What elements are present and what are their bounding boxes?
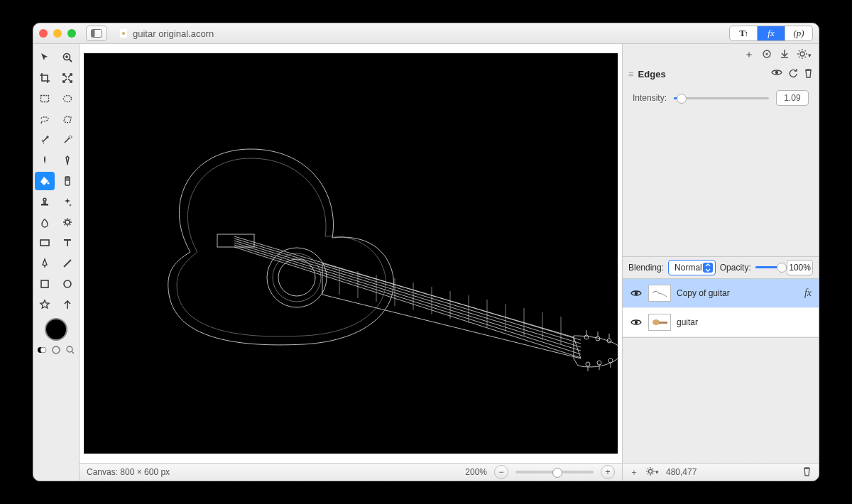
zoom-in-button[interactable]: + [601,465,615,479]
bucket-tool[interactable] [35,172,55,190]
inspector-panel: ＋ ▾ ≡ Edges Intensity: [622,44,819,481]
intensity-slider[interactable] [674,97,769,99]
svg-point-26 [67,346,72,352]
rect-shape-tool[interactable] [35,234,55,252]
quick-select-tool[interactable] [58,131,77,149]
delete-layer-button[interactable] [802,466,812,478]
svg-line-20 [64,260,71,267]
svg-point-25 [53,346,60,354]
swap-colors-icon[interactable] [51,345,61,357]
svg-point-13 [47,182,49,184]
blending-mode-select[interactable]: Normal [668,260,716,275]
tab-type[interactable]: T! [730,26,758,40]
close-window-button[interactable] [39,29,48,38]
svg-line-46 [234,239,581,344]
layer-settings-button[interactable]: ▾ [645,466,659,478]
svg-rect-16 [41,204,48,206]
canvas-size-label: Canvas: 800 × 600 px [87,467,170,477]
eyedropper-icon[interactable] [65,345,75,357]
rect-select-tool[interactable] [35,89,55,108]
add-layer-button[interactable]: ＋ [630,466,638,478]
svg-line-45 [234,236,581,340]
zoom-window-button[interactable] [67,29,76,38]
poly-lasso-tool[interactable] [58,110,77,128]
minimize-window-button[interactable] [53,29,62,38]
layer-visibility-toggle[interactable] [630,289,643,297]
effect-visibility-toggle[interactable] [771,68,782,80]
add-filter-button[interactable]: ＋ [744,48,754,61]
expand-tool[interactable] [58,69,77,87]
layer-row[interactable]: guitar [623,308,819,337]
effect-delete-button[interactable] [804,68,813,80]
svg-line-10 [43,137,48,142]
canvas-area: Canvas: 800 × 600 px 200% − + [80,44,622,481]
arrow-shape-tool[interactable] [58,295,77,314]
star-shape-tool[interactable] [35,295,55,314]
heal-tool[interactable] [58,192,77,211]
line-tool[interactable] [58,254,77,273]
drag-handle-icon[interactable]: ≡ [628,69,634,80]
svg-point-68 [635,291,638,294]
canvas[interactable] [84,53,618,454]
canvas-statusbar: Canvas: 800 × 600 px 200% − + [80,463,622,481]
effect-name-label: Edges [638,69,666,80]
svg-point-61 [608,358,613,363]
layer-visibility-toggle[interactable] [630,318,643,327]
layers-statusbar: ＋ ▾ 480,477 [623,463,819,481]
opacity-slider[interactable] [755,266,782,268]
svg-point-17 [65,220,70,224]
layer-name-label: guitar [677,317,698,327]
svg-rect-73 [659,322,667,324]
move-tool[interactable] [35,48,55,67]
fx-settings-button[interactable]: ▾ [797,48,812,62]
ellipse-select-tool[interactable] [58,89,77,108]
sidebar-toggle-button[interactable] [86,26,107,41]
svg-point-3 [122,32,125,35]
svg-rect-18 [40,240,49,246]
text-tool[interactable] [58,234,77,252]
effect-controls: Intensity: 1.09 [623,83,819,113]
stamp-tool[interactable] [35,192,55,211]
filename-label: guitar original.acorn [133,28,214,39]
dodge-tool[interactable] [58,213,77,231]
opacity-value-field[interactable]: 100% [787,260,813,275]
svg-rect-15 [65,177,70,181]
document-title: guitar original.acorn [119,28,214,39]
effect-header: ≡ Edges [623,65,819,83]
layer-fx-indicator[interactable]: fx [804,287,812,299]
wand-tool[interactable] [35,131,55,149]
pen-tool[interactable] [35,254,55,273]
cursor-coords-label: 480,477 [666,467,697,477]
svg-point-59 [597,361,601,365]
intensity-value-field[interactable]: 1.09 [776,90,809,106]
zoom-slider[interactable] [515,471,594,473]
svg-rect-21 [41,280,48,287]
layer-row[interactable]: Copy of guitar fx [623,279,819,308]
circle-shape-tool[interactable] [58,275,77,293]
pencil-tool[interactable] [58,151,77,170]
svg-point-28 [267,248,327,307]
layer-thumbnail [648,285,671,302]
smudge-tool[interactable] [35,213,55,231]
crop-tool[interactable] [35,69,55,87]
preset-button[interactable] [761,48,772,62]
svg-point-29 [273,253,321,302]
gradient-tool[interactable] [58,172,77,190]
svg-line-50 [234,247,581,358]
effect-reset-button[interactable] [788,68,798,80]
svg-line-47 [234,241,581,347]
brush-tool[interactable] [35,151,55,170]
titlebar: guitar original.acorn T! fx (p) [33,23,819,44]
default-colors-icon[interactable] [37,345,47,357]
window-controls [39,29,76,38]
square-shape-tool[interactable] [35,275,55,293]
lasso-tool[interactable] [35,110,55,128]
app-window: guitar original.acorn T! fx (p) [33,23,819,481]
tab-path[interactable]: (p) [785,26,812,40]
flatten-button[interactable] [780,48,790,62]
zoom-tool[interactable] [58,48,77,67]
foreground-color-swatch[interactable] [45,318,67,341]
svg-point-24 [40,347,46,353]
tab-fx[interactable]: fx [758,26,785,40]
zoom-out-button[interactable]: − [494,465,508,479]
